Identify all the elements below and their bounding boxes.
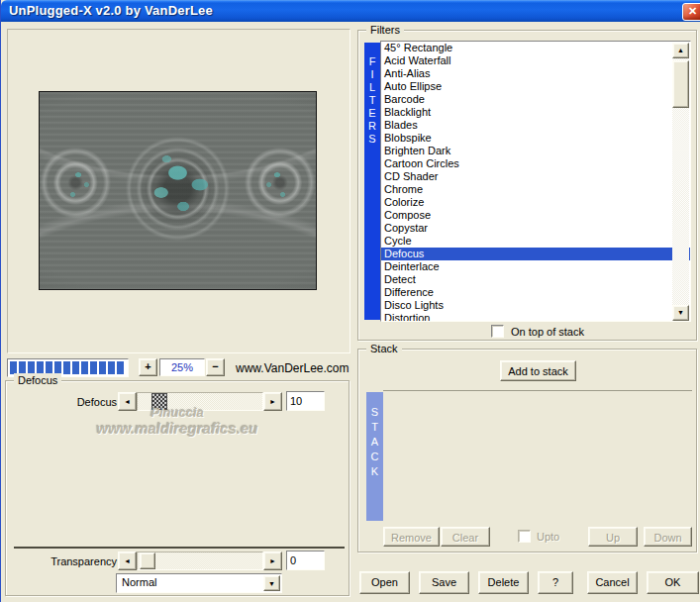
blend-mode-dropdown-button[interactable]: ▼: [263, 575, 280, 591]
progress-segment: [90, 361, 97, 374]
filter-item-cd-shader[interactable]: CD Shader: [381, 170, 690, 183]
filter-item-anti-alias[interactable]: Anti-Alias: [381, 67, 690, 80]
filter-item-distortion[interactable]: Distortion: [381, 312, 690, 322]
filter-item-colorize[interactable]: Colorize: [381, 196, 690, 209]
up-button[interactable]: Up: [588, 527, 638, 547]
up-label: Up: [606, 528, 620, 548]
transparency-slider-right-button[interactable]: ►: [263, 552, 282, 570]
zoom-in-button[interactable]: +: [139, 358, 157, 376]
plus-icon: +: [145, 360, 150, 372]
scrollbar-thumb[interactable]: [672, 60, 689, 108]
vertical-letter: A: [366, 435, 383, 450]
filter-item-detect[interactable]: Detect: [381, 273, 690, 286]
transparency-slider-track[interactable]: [137, 552, 263, 570]
watermark-site: www.maldiregrafics.eu: [6, 420, 349, 437]
filter-item-copystar[interactable]: Copystar: [381, 222, 690, 235]
filter-item-blobspike[interactable]: Blobspike: [381, 132, 690, 145]
stack-group: Stack Add to stack STACK Remove Clear Up…: [357, 349, 697, 552]
filter-item-cycle[interactable]: Cycle: [381, 235, 690, 248]
transparency-slider-thumb[interactable]: [140, 552, 155, 569]
filter-item-blacklight[interactable]: Blacklight: [381, 106, 690, 119]
on-top-of-stack-checkbox[interactable]: [491, 325, 504, 338]
scroll-down-button[interactable]: ▼: [672, 305, 689, 321]
title-bar[interactable]: UnPlugged-X v2.0 by VanDerLee: [1, 0, 700, 22]
filter-item-acid-waterfall[interactable]: Acid Waterfall: [381, 54, 690, 67]
window-title: UnPlugged-X v2.0 by VanDerLee: [9, 3, 213, 18]
progress-segment: [81, 361, 88, 374]
help-button[interactable]: ?: [538, 571, 573, 594]
vertical-letter: S: [366, 405, 383, 420]
vertical-letter: L: [364, 81, 380, 94]
vertical-letter: F: [364, 55, 380, 68]
controls-divider: [14, 547, 345, 549]
filter-item-brighten-dark[interactable]: Brighten Dark: [381, 145, 690, 157]
filter-item-cartoon-circles[interactable]: Cartoon Circles: [381, 157, 690, 170]
vertical-letter: I: [364, 68, 380, 81]
blend-mode-selected: Normal: [122, 576, 156, 588]
down-label: Down: [653, 528, 681, 548]
vertical-letter: S: [364, 133, 380, 146]
save-label: Save: [432, 572, 456, 593]
filters-list-items: 45° RectangleAcid WaterfallAnti-AliasAut…: [381, 42, 690, 322]
filters-vertical-label: FILTERS: [364, 43, 380, 320]
filter-item-disco-lights[interactable]: Disco Lights: [381, 299, 690, 312]
vertical-letter: R: [364, 120, 380, 133]
filter-item-defocus[interactable]: Defocus: [381, 248, 690, 260]
stack-list[interactable]: [383, 390, 692, 521]
transparency-value-input[interactable]: [286, 551, 325, 570]
down-button[interactable]: Down: [644, 527, 692, 547]
remove-button[interactable]: Remove: [383, 527, 440, 547]
filter-item-blades[interactable]: Blades: [381, 119, 690, 132]
filter-item-difference[interactable]: Difference: [381, 286, 690, 299]
save-button[interactable]: Save: [419, 571, 469, 594]
progress-segment: [72, 361, 79, 374]
cancel-button[interactable]: Cancel: [587, 571, 638, 594]
vertical-letter: T: [364, 94, 380, 107]
stack-group-label: Stack: [366, 342, 402, 355]
preview-image[interactable]: [39, 91, 317, 290]
open-label: Open: [371, 572, 398, 593]
vertical-letter: K: [366, 464, 383, 479]
close-icon: ✕: [688, 5, 697, 17]
close-button[interactable]: ✕: [682, 3, 700, 21]
filter-item-deinterlace[interactable]: Deinterlace: [381, 260, 690, 273]
arrow-left-icon: ◄: [124, 398, 131, 405]
progress-segment: [108, 361, 115, 374]
filters-group-label: Filters: [366, 23, 404, 37]
vertical-letter: C: [366, 450, 383, 464]
filters-scrollbar[interactable]: ▲ ▼: [672, 43, 689, 321]
transparency-slider-left-button[interactable]: ◄: [118, 552, 137, 570]
progress-segment: [63, 361, 70, 374]
blend-mode-dropdown[interactable]: Normal ▼: [116, 573, 282, 593]
open-button[interactable]: Open: [359, 571, 410, 594]
scroll-up-icon: ▲: [677, 47, 684, 53]
add-to-stack-button[interactable]: Add to stack: [500, 360, 576, 381]
chevron-down-icon: ▼: [268, 580, 275, 587]
defocus-group: Defocus Defocus ◄ ► Pinuccia www.maldire…: [5, 380, 350, 596]
filter-item-auto-ellipse[interactable]: Auto Ellipse: [381, 80, 690, 93]
delete-button[interactable]: Delete: [478, 571, 529, 594]
ok-button[interactable]: OK: [647, 571, 699, 594]
upto-label: Upto: [537, 531, 559, 543]
upto-checkbox[interactable]: [518, 530, 531, 543]
zoom-out-button[interactable]: −: [206, 358, 225, 376]
progress-segment: [99, 361, 106, 374]
stack-vertical-label: STACK: [366, 392, 383, 521]
add-to-stack-label: Add to stack: [508, 361, 568, 381]
filters-list[interactable]: 45° RectangleAcid WaterfallAnti-AliasAut…: [380, 41, 691, 322]
filters-group: Filters FILTERS 45° RectangleAcid Waterf…: [357, 30, 697, 341]
arrow-left-icon: ◄: [124, 557, 131, 564]
vertical-letter: T: [366, 420, 383, 435]
clear-button[interactable]: Clear: [441, 527, 490, 547]
remove-label: Remove: [391, 528, 432, 548]
filter-item-45-rectangle[interactable]: 45° Rectangle: [381, 42, 690, 54]
filter-item-barcode[interactable]: Barcode: [381, 93, 690, 106]
cancel-label: Cancel: [595, 572, 629, 593]
scroll-up-button[interactable]: ▲: [672, 43, 689, 58]
filter-item-compose[interactable]: Compose: [381, 209, 690, 222]
defocus-group-label: Defocus: [14, 373, 61, 387]
clear-label: Clear: [452, 528, 478, 548]
on-top-of-stack-label: On top of stack: [511, 326, 584, 338]
delete-label: Delete: [488, 572, 520, 593]
filter-item-chrome[interactable]: Chrome: [381, 183, 690, 196]
